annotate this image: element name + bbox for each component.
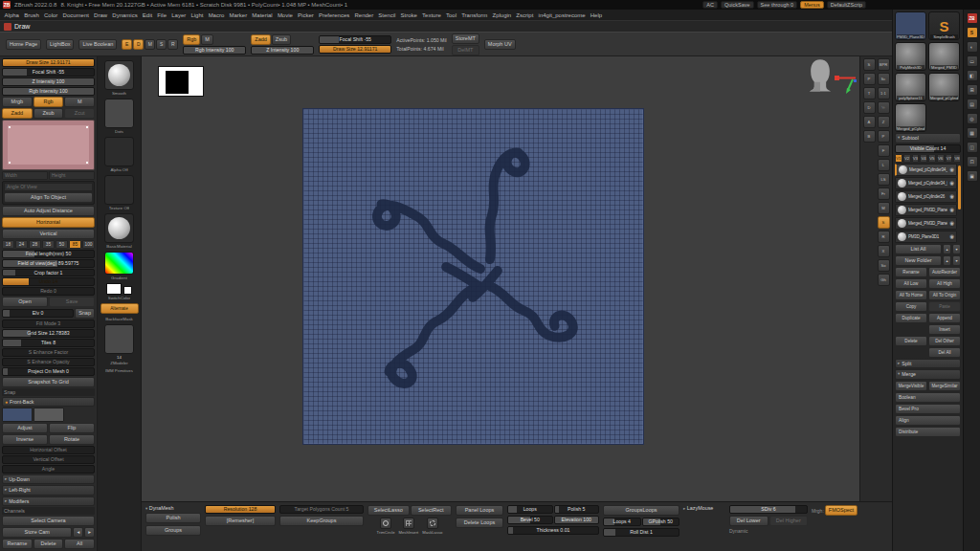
menu-item[interactable]: Document	[60, 12, 92, 18]
menu-item[interactable]: File	[155, 12, 169, 18]
brush-thumbnail[interactable]	[104, 60, 134, 90]
color-picker-gradient[interactable]	[104, 252, 134, 275]
alternate-button[interactable]: Alternate	[100, 303, 139, 314]
shelf-icon[interactable]: Z	[878, 116, 890, 128]
head-sculpture-preview[interactable]	[806, 58, 835, 94]
visible-count-slider[interactable]: Visible Count 14	[895, 144, 961, 153]
m-button[interactable]: M	[201, 34, 213, 45]
tray-icon[interactable]: ▭	[967, 55, 978, 67]
menu-item[interactable]: Zscript	[514, 12, 536, 18]
menu-item[interactable]: in4git_postrecome	[536, 12, 588, 18]
adjust-button[interactable]: Adjust	[2, 423, 48, 433]
menu-item[interactable]: Draw	[92, 12, 110, 18]
visibility-button[interactable]: V2	[903, 154, 911, 163]
masklasso-tool[interactable]: MaskLasso	[422, 518, 442, 535]
menu-item[interactable]: Light	[189, 12, 206, 18]
left-right-section-header[interactable]: ▸Left-Right	[2, 485, 95, 495]
save-button[interactable]: Save	[49, 297, 95, 307]
draw-size-slider[interactable]: Draw Size 12.91171	[2, 58, 95, 67]
shelf-icon[interactable]: S	[878, 216, 890, 229]
vertical-button[interactable]: Vertical	[2, 229, 95, 239]
focal-length-slider[interactable]: Focal length(mm) 50	[2, 250, 95, 258]
zsub-button[interactable]: Zsub	[272, 34, 291, 45]
subtool-action-button[interactable]: All To Home	[895, 290, 927, 300]
back-texture-thumbnail[interactable]	[33, 408, 64, 422]
draw-size-slider[interactable]: Draw Size 12.91171	[319, 45, 391, 54]
zcut-button[interactable]: Zcut	[64, 108, 95, 119]
viewport-canvas[interactable]	[142, 56, 859, 501]
shelf-icon[interactable]: So	[878, 259, 890, 272]
grid-size-slider[interactable]: Grid Size 12.78383	[2, 329, 95, 338]
store-cam-button[interactable]: Store Cam	[2, 527, 72, 538]
shelf-icon[interactable]: P	[863, 73, 876, 85]
alpha-thumbnail[interactable]	[104, 137, 134, 166]
subtool-action-button[interactable]: Copy	[895, 301, 927, 312]
subtool-action-button[interactable]: Del Other	[928, 336, 961, 346]
subtool-item[interactable]: Merged_pCylinder34_02 ◉	[895, 177, 957, 189]
m-button[interactable]: M	[64, 97, 95, 107]
fmospect-button[interactable]: FMOSpect	[825, 505, 858, 516]
shelf-icon[interactable]: S	[863, 58, 876, 71]
shelf-icon[interactable]: B	[863, 130, 876, 143]
subtool-action-button[interactable]: AutoReorder	[928, 267, 961, 277]
menu-item[interactable]: Marker	[227, 12, 250, 18]
zsub-button[interactable]: Zsub	[33, 108, 64, 119]
polish-toggle[interactable]: Polish	[145, 513, 201, 523]
backface-mask-label[interactable]: BackfaceMask	[105, 317, 133, 321]
groupsloops-button[interactable]: GroupsLoops	[603, 505, 679, 516]
menu-item[interactable]: Help	[588, 12, 605, 18]
delete-loops-button[interactable]: Delete Loops	[456, 518, 503, 528]
tool-thumbnail[interactable]: PolyMesh3D	[895, 42, 926, 71]
live-boolean-button[interactable]: Live Boolean	[78, 39, 117, 50]
alpha-preview[interactable]	[158, 66, 204, 97]
prev-camera-button[interactable]: ◂	[73, 527, 83, 538]
subtool-item[interactable]: PM3D_Plane3D1 ◉	[895, 231, 957, 243]
menu-item[interactable]: Alpha	[2, 12, 22, 18]
store-mt-button[interactable]: StoreMT	[452, 33, 479, 44]
menu-item[interactable]: Movie	[275, 12, 295, 18]
selectrect-button[interactable]: SelectRect	[411, 505, 453, 516]
shelf-icon[interactable]: BPR	[878, 58, 890, 71]
tray-icon[interactable]: ◫	[967, 142, 978, 153]
vertical-offset-slider[interactable]: Vertical Offset	[2, 455, 95, 464]
del-higher-button[interactable]: Del Higher	[769, 516, 809, 526]
focal-preset-button[interactable]: 35	[42, 240, 55, 249]
subtool-scrollbar[interactable]	[958, 165, 961, 209]
eye-icon[interactable]: ◉	[949, 207, 954, 212]
project-on-mesh-slider[interactable]: Project On Mesh 0	[2, 367, 95, 376]
menu-item[interactable]: Brush	[22, 12, 42, 18]
focal-shift-slider[interactable]: Focal Shift -55	[319, 35, 391, 44]
subtool-up-button[interactable]: ▴	[943, 244, 951, 254]
subtool-item[interactable]: Merged_PM3D_Plane3D8 ◉	[895, 217, 957, 230]
titlebar-button[interactable]: Menus	[800, 1, 824, 9]
merge-action-button[interactable]: MergeVisible	[895, 381, 927, 391]
subtool-extra-button[interactable]: Distribute	[895, 427, 961, 437]
document-grid[interactable]	[302, 108, 644, 445]
current-material[interactable]: BasicMaterial	[104, 213, 134, 249]
menu-item[interactable]: Stroke	[398, 12, 420, 18]
tray-icon[interactable]: ▣	[967, 170, 978, 182]
primary-color-swatch[interactable]	[106, 283, 122, 295]
subtool-action-button[interactable]: Duplicate	[895, 313, 927, 323]
color-picker[interactable]: Gradient	[104, 252, 134, 280]
rgb-button[interactable]: Rgb	[33, 97, 64, 107]
titlebar-button[interactable]: QuickSave	[721, 1, 754, 9]
tiles-slider[interactable]: Tiles 8	[2, 339, 95, 347]
s-enhance-opacity-slider[interactable]: S Enhance Opacity	[2, 358, 95, 366]
eye-icon[interactable]: ◉	[949, 233, 954, 239]
focal-preset-button[interactable]: 50	[56, 240, 68, 249]
menu-item[interactable]: Texture	[420, 12, 444, 18]
menu-item[interactable]: Material	[250, 12, 276, 18]
eye-icon[interactable]: ◉	[949, 180, 954, 186]
elv-slider[interactable]: Elv 0	[2, 309, 74, 318]
zadd-button[interactable]: Zadd	[2, 108, 33, 119]
tray-icon[interactable]: ▤	[967, 99, 978, 110]
redo-counter[interactable]: Redo 0	[2, 287, 95, 296]
open-button[interactable]: Open	[2, 297, 48, 307]
rgb-intensity-slider[interactable]: Rgb Intensity 100	[2, 87, 95, 96]
undo-counter[interactable]: Undo 14	[2, 277, 95, 286]
shelf-icon[interactable]: X	[878, 245, 890, 257]
merge-action-button[interactable]: MergeSimilar	[928, 381, 961, 391]
snapshot-to-grid-button[interactable]: Snapshot To Grid	[2, 377, 95, 387]
meshinsert-tool[interactable]: MeshInsert	[399, 518, 419, 535]
